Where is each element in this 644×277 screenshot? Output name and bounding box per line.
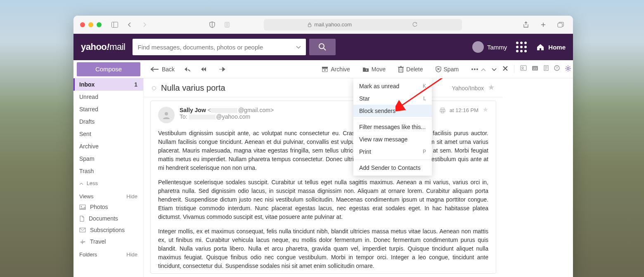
help-icon[interactable]: ?: [554, 65, 560, 73]
nav-back-icon[interactable]: [124, 20, 135, 30]
sidebar-less[interactable]: Less: [73, 177, 143, 189]
sender-avatar: [158, 107, 175, 123]
folders-hide-link[interactable]: Hide: [126, 251, 137, 258]
browser-titlebar: mail.yahoo.com: [73, 16, 573, 34]
search-button[interactable]: [309, 39, 336, 55]
sidebar-view-photos[interactable]: Photos: [73, 201, 143, 213]
mail-toolbar: Compose Back Archive Mov: [73, 60, 573, 78]
chevron-down-icon[interactable]: [296, 43, 301, 51]
breadcrumb[interactable]: Yahoo/Inbox: [452, 85, 484, 92]
new-tab-icon[interactable]: [537, 20, 549, 30]
dd-view-raw[interactable]: View raw message: [353, 133, 432, 146]
subject-row: Nulla varius porta Yahoo/Inbox: [144, 78, 503, 97]
reply-all-icon: [200, 66, 209, 72]
minimize-window[interactable]: [88, 22, 93, 27]
from-block: Sally Jow <@gmail.com> To: @yahoo.com: [180, 107, 274, 120]
reader-icon[interactable]: [221, 20, 233, 30]
browser-window: mail.yahoo.com yahoo!mail: [73, 16, 573, 277]
svg-rect-12: [322, 67, 328, 68]
dd-separator: [353, 160, 432, 160]
sidebar-item-unread[interactable]: Unread: [73, 91, 143, 103]
address-bar[interactable]: mail.yahoo.com: [264, 19, 462, 31]
svg-point-35: [81, 206, 82, 207]
move-button[interactable]: Move: [360, 64, 388, 74]
unread-dot-icon: [152, 86, 156, 90]
message-star-icon[interactable]: [483, 107, 488, 114]
sidebar-item-starred[interactable]: Starred: [73, 103, 143, 115]
search-box[interactable]: [133, 39, 306, 55]
move-icon: [362, 66, 369, 72]
sidebar-item-drafts[interactable]: Drafts: [73, 115, 143, 128]
calendar-icon[interactable]: 23: [532, 65, 538, 73]
compose-button[interactable]: Compose: [77, 62, 140, 76]
sender-name[interactable]: Sally Jow: [180, 107, 206, 113]
notepad-icon[interactable]: [543, 65, 549, 73]
contacts-icon[interactable]: [520, 65, 527, 73]
url-text: mail.yahoo.com: [314, 21, 352, 28]
user-name: Tammy: [487, 44, 507, 51]
avatar-icon: [472, 41, 484, 53]
sidebar-item-archive[interactable]: Archive: [73, 140, 143, 153]
share-icon[interactable]: [520, 20, 532, 30]
sidebar-item-sent[interactable]: Sent: [73, 128, 143, 140]
sidebar-toggle-icon[interactable]: [109, 20, 121, 30]
shield-icon[interactable]: [206, 20, 218, 30]
message-date: at 12:16 PM: [450, 107, 478, 113]
svg-point-10: [319, 44, 324, 49]
dd-star[interactable]: Star L: [353, 92, 432, 105]
gear-icon[interactable]: [565, 65, 571, 73]
svg-rect-0: [112, 22, 118, 27]
reply-all-button[interactable]: [198, 65, 212, 74]
sidebar-item-inbox[interactable]: Inbox 1: [73, 78, 143, 91]
more-icon: [471, 68, 478, 70]
views-hide-link[interactable]: Hide: [126, 193, 137, 200]
close-window[interactable]: [80, 22, 85, 27]
message-body: Vestibulum dignissim suscipit ante, ac v…: [158, 129, 488, 274]
svg-rect-15: [399, 68, 403, 72]
sidebar-view-subscriptions[interactable]: Subscriptions: [73, 224, 143, 236]
svg-point-24: [522, 67, 523, 68]
message-card: Sally Jow <@gmail.com> To: @yahoo.com at…: [150, 101, 496, 274]
yahoo-mail-logo[interactable]: yahoo!mail: [81, 42, 125, 52]
printer-icon[interactable]: [440, 108, 445, 113]
sidebar-item-trash[interactable]: Trash: [73, 165, 143, 177]
nav-forward-icon[interactable]: [139, 20, 150, 30]
svg-point-20: [471, 68, 473, 70]
search-icon: [318, 43, 327, 51]
close-message-icon[interactable]: [502, 66, 508, 73]
back-button[interactable]: Back: [148, 64, 177, 74]
archive-icon: [322, 66, 328, 72]
dd-mark-unread[interactable]: Mark as unread K: [353, 80, 432, 92]
search-input[interactable]: [137, 44, 296, 51]
apps-grid-icon[interactable]: [516, 42, 527, 52]
prev-message-icon[interactable]: [481, 66, 486, 73]
svg-rect-38: [441, 108, 444, 110]
forward-button[interactable]: [216, 65, 228, 74]
tabs-icon[interactable]: [555, 20, 566, 30]
more-dropdown: Mark as unread K Star L Block senders Fi…: [353, 78, 432, 176]
archive-button[interactable]: Archive: [319, 64, 353, 74]
dd-filter-like-this[interactable]: Filter messages like this...: [353, 121, 432, 133]
svg-point-33: [567, 68, 569, 70]
dd-block-senders[interactable]: Block senders: [353, 105, 432, 117]
more-button[interactable]: [469, 66, 481, 72]
dd-print[interactable]: Print P: [353, 146, 432, 158]
message-subject: Nulla varius porta: [161, 83, 225, 93]
zoom-window[interactable]: [97, 22, 102, 27]
spam-button[interactable]: Spam: [433, 64, 462, 74]
svg-text:23: 23: [533, 67, 537, 70]
next-message-icon[interactable]: [492, 66, 497, 73]
sidebar-view-travel[interactable]: Travel: [73, 236, 143, 247]
account-menu[interactable]: Tammy: [472, 41, 507, 53]
dd-add-sender-contacts[interactable]: Add Sender to Contacts: [353, 162, 432, 174]
home-link[interactable]: Home: [536, 43, 566, 51]
star-icon[interactable]: [488, 84, 495, 92]
sidebar-view-documents[interactable]: Documents: [73, 213, 143, 224]
sidebar-folders-header: Folders Hide: [73, 247, 143, 259]
sidebar-item-spam[interactable]: Spam: [73, 153, 143, 165]
reload-icon[interactable]: [412, 22, 418, 28]
svg-text:?: ?: [556, 66, 558, 70]
sidebar: Inbox 1 Unread Starred Drafts Sent Archi…: [73, 78, 144, 277]
delete-button[interactable]: Delete: [395, 64, 425, 74]
reply-button[interactable]: [181, 65, 194, 74]
